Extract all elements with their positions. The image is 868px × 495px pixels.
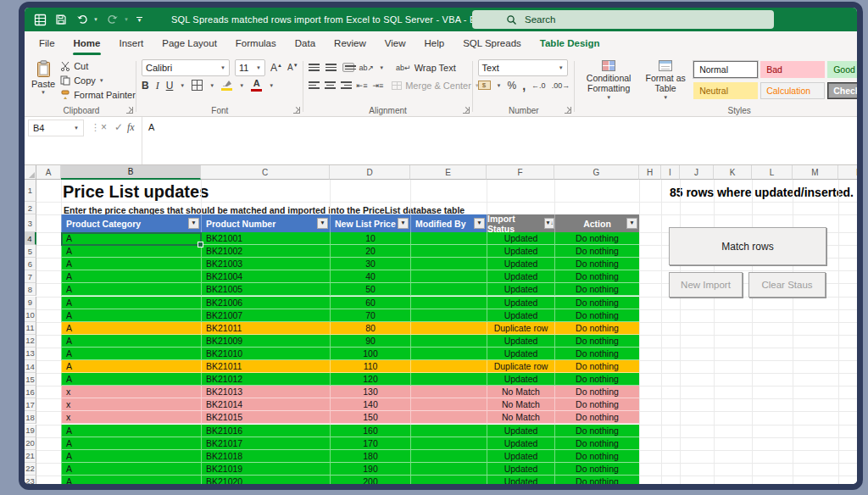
table-cell-action[interactable]: Do nothing xyxy=(554,360,639,373)
table-cell-category[interactable]: A xyxy=(61,258,201,270)
fill-color-icon[interactable] xyxy=(221,80,232,91)
row-header-21[interactable]: 21 xyxy=(25,450,36,463)
table-cell-number[interactable]: BK21003 xyxy=(201,258,330,270)
table-cell-category[interactable]: A xyxy=(61,309,201,322)
table-cell-number[interactable]: BK21011 xyxy=(201,322,330,335)
match-rows-button[interactable]: Match rows xyxy=(669,227,826,265)
table-cell-action[interactable]: Do nothing xyxy=(554,322,639,335)
table-cell-number[interactable]: BK21019 xyxy=(201,463,330,476)
table-cell-category[interactable]: A xyxy=(61,297,201,309)
row-header-10[interactable]: 10 xyxy=(25,309,36,322)
table-cell-status[interactable]: Updated xyxy=(487,335,554,348)
column-header-G[interactable]: G xyxy=(554,165,639,180)
table-cell-price[interactable]: 180 xyxy=(330,450,410,463)
table-cell-price[interactable]: 150 xyxy=(330,411,410,424)
paste-button[interactable]: Paste▼ xyxy=(31,58,55,102)
column-header-L[interactable]: L xyxy=(752,165,793,180)
table-cell-number[interactable]: BK21004 xyxy=(201,270,330,283)
table-cell-action[interactable]: Do nothing xyxy=(554,283,639,296)
column-header-K[interactable]: K xyxy=(714,165,752,180)
table-cell-price[interactable]: 10 xyxy=(330,232,410,245)
table-cell-action[interactable]: Do nothing xyxy=(554,463,639,476)
table-cell-modified_by[interactable] xyxy=(410,309,487,322)
filter-dropdown-icon[interactable]: ▼ xyxy=(398,218,409,229)
table-cell-price[interactable]: 80 xyxy=(330,322,410,335)
table-cell-category[interactable]: A xyxy=(61,245,201,258)
table-cell-status[interactable]: Updated xyxy=(487,297,554,309)
align-right-icon[interactable] xyxy=(341,81,352,89)
accounting-caret[interactable]: ▼ xyxy=(497,83,502,88)
table-cell-category[interactable]: A xyxy=(61,437,201,450)
filter-dropdown-icon[interactable]: ▼ xyxy=(317,218,328,229)
row-header-11[interactable]: 11 xyxy=(25,322,36,335)
table-cell-modified_by[interactable] xyxy=(410,335,487,348)
table-cell-modified_by[interactable] xyxy=(410,450,487,463)
table-cell-action[interactable]: Do nothing xyxy=(554,476,639,484)
table-cell-action[interactable]: Do nothing xyxy=(554,335,639,348)
table-cell-price[interactable]: 50 xyxy=(330,283,410,296)
table-cell-modified_by[interactable] xyxy=(410,360,487,373)
decrease-indent-icon[interactable]: ⇤≡ xyxy=(357,81,368,90)
style-chip-check[interactable]: Check Cell xyxy=(827,82,863,99)
row-header-19[interactable]: 19 xyxy=(25,425,36,437)
name-box[interactable]: B4▼ xyxy=(28,120,84,136)
column-header-J[interactable]: J xyxy=(680,165,714,180)
row-header-14[interactable]: 14 xyxy=(25,360,36,373)
table-cell-number[interactable]: BK21011 xyxy=(201,360,330,373)
wrap-text-button[interactable]: ab↵Wrap Text xyxy=(394,60,458,75)
table-cell-price[interactable]: 90 xyxy=(330,335,410,348)
tab-view[interactable]: View xyxy=(376,31,415,55)
table-cell-category[interactable]: x xyxy=(61,386,201,398)
undo-icon[interactable] xyxy=(75,13,89,26)
table-cell-modified_by[interactable] xyxy=(410,425,487,437)
style-chip-bad[interactable]: Bad xyxy=(760,61,825,78)
number-dialog-launcher[interactable] xyxy=(565,107,571,114)
style-chip-calculation[interactable]: Calculation xyxy=(760,82,825,99)
row-header-6[interactable]: 6 xyxy=(25,258,36,270)
row-header-12[interactable]: 12 xyxy=(25,335,36,348)
table-cell-number[interactable]: BK21014 xyxy=(201,398,330,411)
format-as-table-button[interactable]: Format as Table▼ xyxy=(641,58,690,101)
table-cell-number[interactable]: BK21006 xyxy=(201,297,330,309)
orientation-caret[interactable]: ▼ xyxy=(379,65,384,70)
table-cell-status[interactable]: Duplicate row xyxy=(487,322,554,335)
formula-input[interactable]: A xyxy=(148,122,154,132)
table-cell-price[interactable]: 170 xyxy=(330,437,410,450)
table-cell-action[interactable]: Do nothing xyxy=(554,270,639,283)
decrease-decimal-icon[interactable]: .00→ xyxy=(552,81,570,90)
table-cell-modified_by[interactable] xyxy=(410,258,487,270)
table-cell-modified_by[interactable] xyxy=(410,476,487,484)
row-header-22[interactable]: 22 xyxy=(25,463,36,476)
tab-sql-spreads[interactable]: SQL Spreads xyxy=(453,31,531,55)
table-cell-price[interactable]: 120 xyxy=(330,373,410,386)
table-cell-number[interactable]: BK21018 xyxy=(201,450,330,463)
table-cell-price[interactable]: 160 xyxy=(330,425,410,437)
align-center-icon[interactable] xyxy=(325,81,336,89)
table-cell-price[interactable]: 200 xyxy=(330,476,410,484)
alignment-dialog-launcher[interactable] xyxy=(463,107,470,114)
style-chip-good[interactable]: Good xyxy=(827,61,863,78)
table-cell-status[interactable]: Updated xyxy=(487,309,554,322)
tab-formulas[interactable]: Formulas xyxy=(226,31,286,55)
save-icon[interactable] xyxy=(54,13,68,26)
font-size-combo[interactable]: 11▼ xyxy=(235,59,265,76)
table-cell-price[interactable]: 100 xyxy=(330,348,410,360)
table-cell-action[interactable]: Do nothing xyxy=(554,245,639,258)
table-cell-modified_by[interactable] xyxy=(410,398,487,411)
cancel-icon[interactable]: × xyxy=(101,121,107,133)
table-cell-modified_by[interactable] xyxy=(410,322,487,335)
table-cell-number[interactable]: BK21012 xyxy=(201,373,330,386)
select-all-corner[interactable] xyxy=(25,165,36,180)
table-cell-status[interactable]: Duplicate row xyxy=(487,360,554,373)
table-cell-modified_by[interactable] xyxy=(410,463,487,476)
table-cell-category[interactable]: A xyxy=(61,283,201,296)
column-header-M[interactable]: M xyxy=(793,165,838,180)
table-header-import-status[interactable]: Import Status▼↓ xyxy=(487,214,554,232)
table-cell-modified_by[interactable] xyxy=(410,437,487,450)
cut-button[interactable]: Cut xyxy=(58,58,137,73)
column-header-I[interactable]: I xyxy=(661,165,680,180)
column-header-A[interactable]: A xyxy=(36,165,61,180)
increase-decimal-icon[interactable]: ←.0 xyxy=(531,81,546,90)
tab-data[interactable]: Data xyxy=(286,31,325,55)
table-cell-modified_by[interactable] xyxy=(410,283,487,296)
